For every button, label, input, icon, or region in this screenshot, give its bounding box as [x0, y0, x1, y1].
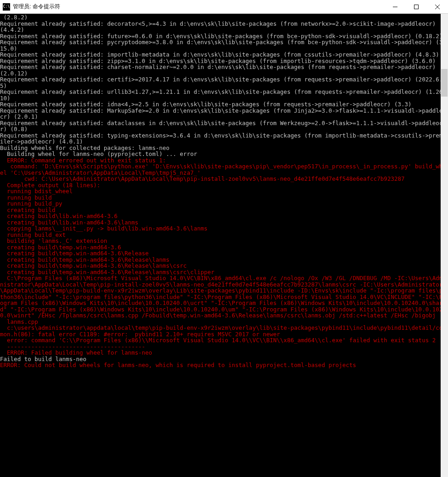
- terminal-line: Requirement already satisfied: decorator…: [0, 21, 448, 33]
- terminal-line: Requirement already satisfied: typing-ex…: [0, 132, 448, 145]
- terminal-line: creating build\lib.win-amd64-3.6: [0, 213, 448, 219]
- terminal-line: ----------------------------------------: [0, 344, 448, 350]
- terminal-line: creating build\temp.win-amd64-3.6\Releas…: [0, 269, 448, 276]
- cmd-icon: C:\: [3, 3, 10, 11]
- window-controls: [385, 0, 448, 13]
- terminal-line: Requirement already satisfied: MarkupSaf…: [0, 108, 448, 120]
- terminal-line: Complete output (18 lines):: [0, 182, 448, 189]
- terminal-line: ERROR: Failed building wheel for lanms-n…: [0, 350, 448, 356]
- terminal-line: running build_py: [0, 201, 448, 207]
- terminal-line: creating build\temp.win-amd64-3.6\Releas…: [0, 250, 448, 257]
- maximize-button[interactable]: [406, 0, 427, 13]
- terminal-line: Requirement already satisfied: idna<4,>=…: [0, 101, 448, 108]
- terminal-line: copying lanms\__init__.py -> build\lib.w…: [0, 225, 448, 232]
- terminal-line: Requirement already satisfied: zipp>=3.1…: [0, 58, 448, 64]
- maximize-icon: [414, 5, 419, 9]
- terminal-line: c:\users\administrator\appdata\local\tem…: [0, 325, 448, 337]
- terminal-line: C:\Program Files (x86)\Microsoft Visual …: [0, 275, 448, 319]
- terminal-line: Building wheels for collected packages: …: [0, 145, 448, 151]
- terminal-line: Requirement already satisfied: pycryptod…: [0, 39, 448, 52]
- close-button[interactable]: [427, 0, 448, 13]
- terminal-line: creating build\temp.win-amd64-3.6\Releas…: [0, 257, 448, 263]
- terminal-line: Requirement already satisfied: certifi>=…: [0, 76, 448, 89]
- terminal-line: creating build: [0, 207, 448, 213]
- terminal-line: creating build\temp.win-amd64-3.6\Releas…: [0, 263, 448, 269]
- terminal-line: command: 'D:\Envs\sk\Scripts\python.exe'…: [0, 163, 448, 176]
- terminal-line: running build_ext: [0, 232, 448, 238]
- terminal-line: Requirement already satisfied: charset-n…: [0, 64, 448, 76]
- terminal-line: building 'lanms._C' extension: [0, 238, 448, 244]
- terminal-line: Failed to build lanms-neo: [0, 356, 448, 362]
- terminal-line: Requirement already satisfied: future>=0…: [0, 33, 448, 40]
- terminal-line: ERROR: Could not build wheels for lanms-…: [0, 362, 448, 368]
- terminal-line: Building wheel for lanms-neo (pyproject.…: [0, 151, 448, 157]
- terminal-line: Requirement already satisfied: urllib3<1…: [0, 89, 448, 101]
- scroll-thumb[interactable]: [441, 69, 448, 97]
- terminal-line: creating build\lib.win-amd64-3.6\lanms: [0, 219, 448, 226]
- terminal-output[interactable]: (2.8.2)Requirement already satisfied: de…: [0, 14, 448, 477]
- terminal-line: running bdist_wheel: [0, 188, 448, 195]
- terminal-line: Requirement already satisfied: dataclass…: [0, 120, 448, 132]
- terminal-line: lanms.cpp: [0, 319, 448, 325]
- terminal-line: ERROR: Command errored out with exit sta…: [0, 157, 448, 164]
- terminal-line: running build: [0, 195, 448, 201]
- close-icon: [435, 5, 440, 9]
- titlebar[interactable]: C:\ 管理员: 命令提示符: [0, 0, 448, 14]
- terminal-line: cwd: C:\Users\Administrator\AppData\Loca…: [0, 176, 448, 182]
- svg-rect-1: [414, 5, 419, 9]
- minimize-icon: [393, 5, 397, 9]
- terminal-line: Requirement already satisfied: importlib…: [0, 52, 448, 58]
- vertical-scrollbar[interactable]: [441, 14, 448, 477]
- window-title: 管理员: 命令提示符: [13, 4, 385, 10]
- terminal-line: creating build\temp.win-amd64-3.6: [0, 244, 448, 251]
- minimize-button[interactable]: [385, 0, 406, 13]
- terminal-line: (2.8.2): [0, 14, 448, 21]
- terminal-line: error: command 'C:\\Program Files (x86)\…: [0, 337, 448, 344]
